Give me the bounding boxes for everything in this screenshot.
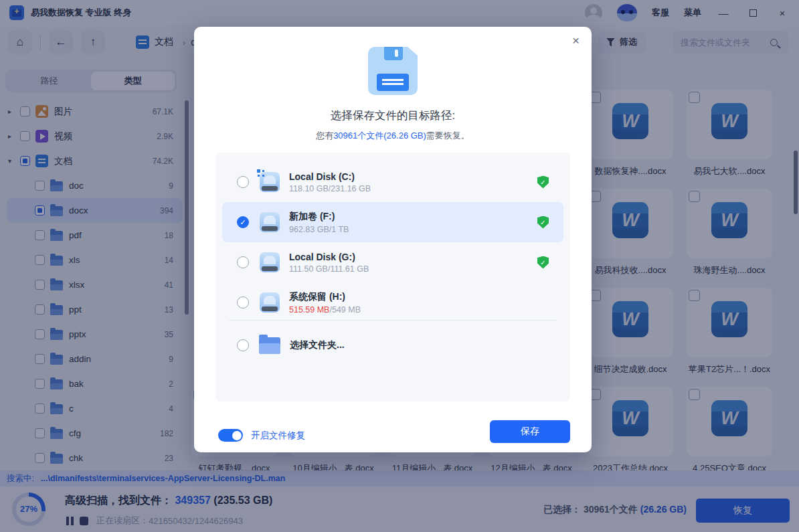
drive-row-h[interactable]: 系统保留 (H:) 515.59 MB/549 MB (222, 282, 563, 323)
shield-ok-icon: ✓ (537, 216, 549, 229)
drive-icon (260, 212, 280, 232)
files-to-recover: 30961个文件(26.26 GB) (333, 130, 426, 141)
toggle-label: 开启文件修复 (251, 430, 305, 442)
shield-ok-icon: ✓ (537, 176, 549, 189)
drive-icon (260, 292, 280, 313)
drive-row-c[interactable]: Local Disk (C:) 118.10 GB/231.16 GB ✓ (222, 162, 563, 202)
save-location-dialog: × 选择保存文件的目标路径: 您有30961个文件(26.26 GB)需要恢复。… (194, 27, 592, 452)
save-button[interactable]: 保存 (490, 420, 570, 443)
app-window: 易我数据恢复 专业版 终身 客服 菜单 — × ⌂ ← ↑ 文档 › doc 筛… (0, 0, 799, 532)
shield-ok-icon: ✓ (537, 256, 549, 269)
dialog-title: 选择保存文件的目标路径: (194, 108, 592, 123)
windows-logo-icon (257, 169, 260, 173)
radio-unselected[interactable] (237, 256, 249, 268)
choose-folder-row[interactable]: 选择文件夹... (222, 325, 563, 365)
drive-list: Local Disk (C:) 118.10 GB/231.16 GB ✓ ✓ … (215, 153, 570, 402)
radio-unselected[interactable] (237, 176, 249, 188)
drive-icon (260, 172, 280, 192)
file-repair-toggle-group[interactable]: 开启文件修复 (218, 429, 305, 442)
drive-row-g[interactable]: Local Disk (G:) 111.50 GB/111.61 GB ✓ (222, 242, 563, 282)
save-disk-icon (368, 47, 418, 95)
dialog-close-icon[interactable]: × (572, 33, 580, 48)
folder-icon (259, 337, 280, 354)
radio-unselected[interactable] (237, 339, 249, 351)
toggle-on-switch[interactable] (218, 429, 243, 442)
low-space-value: 515.59 MB (289, 305, 329, 315)
drive-row-f-selected[interactable]: ✓ 新加卷 (F:) 962.83 GB/1 TB ✓ (222, 202, 563, 242)
radio-selected[interactable]: ✓ (237, 216, 249, 228)
dialog-subtitle: 您有30961个文件(26.26 GB)需要恢复。 (194, 130, 592, 142)
drive-icon (260, 252, 280, 272)
list-separator (229, 320, 557, 321)
radio-unselected[interactable] (237, 296, 249, 308)
